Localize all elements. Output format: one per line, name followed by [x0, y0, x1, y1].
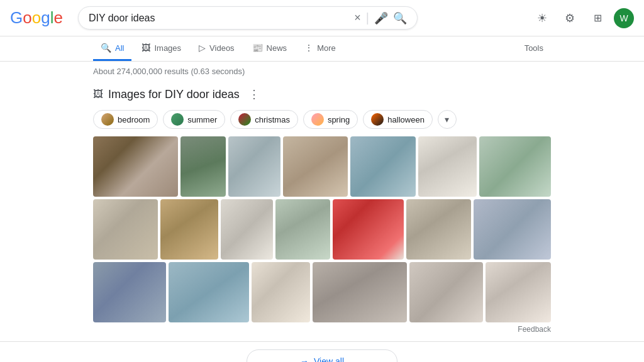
feedback-row: Feedback — [93, 322, 551, 336]
image-cell-3[interactable] — [228, 136, 280, 197]
filter-chip-summer[interactable]: summer — [163, 110, 225, 129]
mic-icon[interactable]: 🎤 — [374, 11, 388, 25]
search-bar: × | 🎤 🔍 — [78, 6, 418, 30]
clear-icon[interactable]: × — [354, 11, 361, 25]
results-info: About 274,000,000 results (0.63 seconds) — [0, 62, 644, 81]
images-tab-icon: 🖼 — [142, 43, 150, 53]
image-cell-12[interactable] — [333, 199, 404, 260]
chip-img-spring — [311, 113, 324, 126]
chip-img-christmas — [238, 113, 251, 126]
results-summary: About 274,000,000 results (0.63 seconds) — [93, 67, 245, 76]
image-cell-13[interactable] — [406, 199, 471, 260]
settings-button[interactable]: ⚙ — [558, 7, 581, 30]
tab-tools-label: Tools — [525, 43, 543, 53]
feedback-link[interactable]: Feedback — [518, 325, 551, 334]
image-row-3 — [93, 262, 551, 322]
tab-news-label: News — [267, 43, 287, 53]
image-cell-19[interactable] — [409, 262, 482, 322]
image-cell-17[interactable] — [252, 262, 310, 322]
image-cell-14[interactable] — [474, 199, 551, 260]
filter-chips: bedroom summer christmas spring hallowee… — [93, 110, 551, 129]
chip-label-christmas: christmas — [255, 115, 290, 124]
videos-tab-icon: ▷ — [199, 43, 206, 53]
tab-tools[interactable]: Tools — [517, 37, 551, 61]
image-row-1 — [93, 136, 551, 197]
apps-icon: ⊞ — [594, 12, 602, 24]
more-tab-icon: ⋮ — [304, 43, 313, 53]
tab-images[interactable]: 🖼 Images — [134, 36, 189, 61]
images-section: 🖼 Images for DIY door ideas ⋮ bedroom su… — [0, 81, 644, 341]
image-cell-8[interactable] — [93, 199, 158, 260]
tab-videos[interactable]: ▷ Videos — [191, 36, 242, 61]
tab-more-label: More — [317, 43, 336, 53]
image-cell-16[interactable] — [169, 262, 249, 322]
tab-videos-label: Videos — [209, 43, 235, 53]
header-right: ☀ ⚙ ⊞ W — [531, 7, 634, 30]
view-all-container: → View all — [0, 341, 644, 362]
filter-chip-christmas[interactable]: christmas — [230, 110, 298, 129]
image-cell-7[interactable] — [479, 136, 551, 197]
tab-images-label: Images — [154, 43, 181, 53]
image-cell-4[interactable] — [283, 136, 348, 197]
image-row-2 — [93, 199, 551, 260]
filter-chip-bedroom[interactable]: bedroom — [93, 110, 158, 129]
news-tab-icon: 📰 — [252, 43, 263, 53]
more-options-button[interactable]: ⋮ — [245, 86, 264, 102]
all-tab-icon: 🔍 — [101, 43, 111, 53]
tab-news[interactable]: 📰 News — [245, 36, 295, 61]
filter-chip-spring[interactable]: spring — [303, 110, 358, 129]
image-grid — [93, 136, 551, 322]
images-section-icon: 🖼 — [93, 89, 103, 100]
tab-all-label: All — [115, 43, 124, 53]
expand-chips-icon: ▾ — [445, 114, 449, 124]
view-all-label: View all — [314, 356, 344, 362]
image-cell-2[interactable] — [180, 136, 226, 197]
view-all-arrow: → — [300, 356, 309, 362]
image-cell-9[interactable] — [160, 199, 219, 260]
image-cell-5[interactable] — [350, 136, 416, 197]
chip-img-summer — [171, 113, 184, 126]
image-cell-1[interactable] — [93, 136, 178, 197]
image-cell-18[interactable] — [313, 262, 408, 322]
avatar[interactable]: W — [614, 8, 634, 28]
images-header: 🖼 Images for DIY door ideas ⋮ — [93, 86, 551, 102]
search-input[interactable] — [89, 13, 349, 24]
brightness-button[interactable]: ☀ — [531, 7, 553, 30]
settings-icon: ⚙ — [565, 11, 575, 25]
chip-img-halloween — [371, 113, 384, 126]
divider: | — [366, 11, 369, 25]
header: Google × | 🎤 🔍 ☀ ⚙ ⊞ W — [0, 0, 644, 36]
chip-label-halloween: halloween — [387, 115, 425, 124]
chip-img-bedroom — [101, 113, 114, 126]
google-logo[interactable]: Google — [10, 8, 63, 28]
brightness-icon: ☀ — [537, 11, 547, 25]
nav-tabs: 🔍 All 🖼 Images ▷ Videos 📰 News ⋮ More To… — [0, 36, 644, 62]
search-icon[interactable]: 🔍 — [393, 11, 407, 25]
expand-chips-button[interactable]: ▾ — [438, 110, 457, 129]
filter-chip-halloween[interactable]: halloween — [363, 110, 433, 129]
apps-button[interactable]: ⊞ — [586, 7, 609, 30]
image-cell-20[interactable] — [486, 262, 551, 322]
chip-label-spring: spring — [328, 115, 350, 124]
image-cell-15[interactable] — [93, 262, 166, 322]
tab-all[interactable]: 🔍 All — [93, 36, 131, 61]
images-section-title: Images for DIY door ideas — [108, 88, 240, 101]
chip-label-summer: summer — [187, 115, 217, 124]
search-bar-icons: × | 🎤 🔍 — [354, 11, 407, 25]
chip-label-bedroom: bedroom — [118, 115, 150, 124]
image-cell-11[interactable] — [275, 199, 330, 260]
image-cell-10[interactable] — [221, 199, 272, 260]
tab-more[interactable]: ⋮ More — [297, 36, 343, 61]
image-cell-6[interactable] — [418, 136, 477, 197]
view-all-button[interactable]: → View all — [247, 349, 397, 362]
